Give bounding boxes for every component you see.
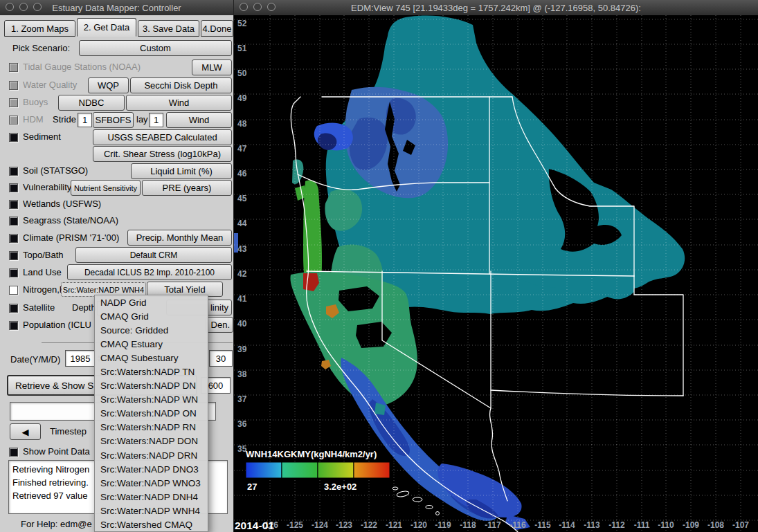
svg-text:-123: -123 xyxy=(336,520,352,530)
show-point-label: Show Point Data xyxy=(23,446,90,457)
liquid-limit-button[interactable]: Liquid Limit (%) xyxy=(131,163,232,179)
menu-item[interactable]: Src:Watershed CMAQ xyxy=(95,518,208,532)
timestep-back-button[interactable]: ◀ xyxy=(10,423,41,440)
menu-item[interactable]: Source: Gridded xyxy=(95,323,208,337)
seagrass-checkbox[interactable] xyxy=(9,217,18,226)
minimize-icon[interactable] xyxy=(253,3,262,11)
menu-item[interactable]: NADP Grid xyxy=(95,295,208,309)
controller-title: Estuary Data Mapper: Controller xyxy=(52,3,181,13)
wetlands-checkbox[interactable] xyxy=(9,200,18,209)
date-label: Date(Y/M/D) xyxy=(10,354,60,365)
depth-label: Depth xyxy=(72,302,96,313)
map-titlebar: EDM:View 745 [21.19433deg = 1757.242km] … xyxy=(234,0,758,16)
ndbc-button[interactable]: NDBC xyxy=(58,95,125,111)
lay-input[interactable]: 1 xyxy=(149,113,163,127)
menu-item[interactable]: Src:Watersh:NADP ON xyxy=(95,407,208,421)
sfbofs-button[interactable]: SFBOFS xyxy=(93,112,134,128)
date-day-input[interactable]: 30 xyxy=(209,350,233,367)
svg-text:46: 46 xyxy=(237,169,247,178)
svg-text:-122: -122 xyxy=(361,520,377,530)
menu-item[interactable]: Src:Watersh:NADP WN xyxy=(95,393,208,407)
buoys-checkbox[interactable] xyxy=(9,98,18,107)
hdm-wind-button[interactable]: Wind xyxy=(166,112,232,128)
menu-item[interactable]: Src:Waters:NADP DRN xyxy=(95,448,208,462)
svg-text:-112: -112 xyxy=(608,520,625,530)
svg-text:-111: -111 xyxy=(634,520,650,530)
menu-item[interactable]: CMAQ Grid xyxy=(95,309,208,323)
landuse-label: Land Use xyxy=(23,267,62,277)
window-controls xyxy=(6,3,42,11)
shear-stress-button[interactable]: Crit. Shear Stress (log10kPa) xyxy=(93,146,232,162)
controller-window: Estuary Data Mapper: Controller 1. Zoom … xyxy=(0,0,234,532)
menu-item[interactable]: CMAQ Estuary xyxy=(95,337,208,351)
stride-input[interactable]: 1 xyxy=(78,113,92,127)
default-crm-button[interactable]: Default CRM xyxy=(75,247,232,263)
legend-colorbar-cell xyxy=(282,462,318,478)
svg-text:51: 51 xyxy=(237,44,247,53)
population-label: Population (ICLU xyxy=(23,320,91,330)
svg-text:52: 52 xyxy=(237,19,247,28)
menu-item[interactable]: Src:Watersh:NADP DN xyxy=(95,379,208,393)
svg-text:-121: -121 xyxy=(386,520,402,530)
minimize-button[interactable] xyxy=(19,3,28,11)
wqp-button[interactable]: WQP xyxy=(88,77,129,93)
landuse-checkbox[interactable] xyxy=(9,268,18,277)
buoys-label: Buoys xyxy=(23,97,48,107)
pick-scenario-label: Pick Scenario: xyxy=(12,43,70,53)
menu-item[interactable]: Src:Water:NADP DNH4 xyxy=(95,490,208,504)
legend-min: 27 xyxy=(247,481,257,492)
vulnerability-checkbox[interactable] xyxy=(9,183,18,192)
mlw-button[interactable]: MLW xyxy=(192,59,232,75)
map-window-controls xyxy=(240,3,276,11)
water-quality-label: Water Quality xyxy=(23,80,77,90)
legend-colorbar-cell xyxy=(246,462,282,478)
help-line: For Help: edm@e xyxy=(21,519,92,529)
wetlands-label: Wetlands (USFWS) xyxy=(23,199,101,209)
sediment-checkbox[interactable] xyxy=(9,133,18,142)
menu-item[interactable]: Src:Watersh:NADP TN xyxy=(95,365,208,378)
precip-button[interactable]: Precip. Monthly Mean xyxy=(127,230,232,246)
date-year-input[interactable]: 1985 xyxy=(65,350,96,367)
menu-item[interactable]: Src:Waters:NADP DON xyxy=(95,434,208,448)
satellite-checkbox[interactable] xyxy=(9,304,18,313)
scenario-button[interactable]: Custom xyxy=(79,40,232,56)
tab-get-data[interactable]: 2. Get Data xyxy=(77,18,136,37)
map-title: EDM:View 745 [21.19433deg = 1757.242km] … xyxy=(351,3,641,13)
svg-text:-110: -110 xyxy=(658,520,674,530)
soil-checkbox[interactable] xyxy=(9,167,18,176)
hdm-checkbox[interactable] xyxy=(9,116,18,125)
nutrient-sensitivity-button[interactable]: Nutrient Sensitivity xyxy=(71,180,141,196)
buoys-wind-button[interactable]: Wind xyxy=(126,95,232,111)
menu-item[interactable]: CMAQ Subestuary xyxy=(95,351,208,365)
population-button-partial[interactable]: Den. xyxy=(206,317,233,333)
population-checkbox[interactable] xyxy=(9,321,18,330)
svg-text:-107: -107 xyxy=(732,520,749,530)
tab-save-data[interactable]: 3. Save Data xyxy=(138,20,199,37)
menu-item[interactable]: Src:Watersh:NADP RN xyxy=(95,421,208,434)
nitrogen-checkbox[interactable] xyxy=(9,286,18,295)
water-quality-checkbox[interactable] xyxy=(9,81,18,90)
svg-text:-120: -120 xyxy=(410,520,427,530)
tab-zoom-maps[interactable]: 1. Zoom Maps xyxy=(4,20,75,37)
show-point-checkbox[interactable] xyxy=(9,448,18,457)
zoom-button[interactable] xyxy=(33,3,42,11)
zoom-icon[interactable] xyxy=(267,3,276,11)
tab-done[interactable]: 4.Done xyxy=(201,20,233,37)
secchi-button[interactable]: Secchi Disk Depth xyxy=(130,77,232,93)
climate-checkbox[interactable] xyxy=(9,234,18,243)
iclus-button[interactable]: Decadal ICLUS B2 Imp. 2010-2100 xyxy=(67,264,232,280)
close-icon[interactable] xyxy=(240,3,248,11)
svg-text:40: 40 xyxy=(237,319,247,329)
svg-text:49: 49 xyxy=(237,93,247,103)
menu-item[interactable]: Src:Water:NADP DNO3 xyxy=(95,462,208,476)
pre-years-button[interactable]: PRE (years) xyxy=(142,180,232,196)
svg-text:-113: -113 xyxy=(584,520,600,530)
menu-item[interactable]: Src:Water:NADP WNO3 xyxy=(95,476,208,490)
svg-text:47: 47 xyxy=(237,144,247,154)
menu-item[interactable]: Src:Water:NADP WNH4 xyxy=(95,504,208,517)
topo-checkbox[interactable] xyxy=(9,251,18,260)
seabed-button[interactable]: USGS SEABED Calculated xyxy=(93,129,232,145)
map-canvas[interactable]: 52 51 50 49 48 47 46 45 44 43 42 41 40 3… xyxy=(234,15,758,532)
close-button[interactable] xyxy=(6,3,14,11)
tidal-checkbox[interactable] xyxy=(9,63,18,72)
